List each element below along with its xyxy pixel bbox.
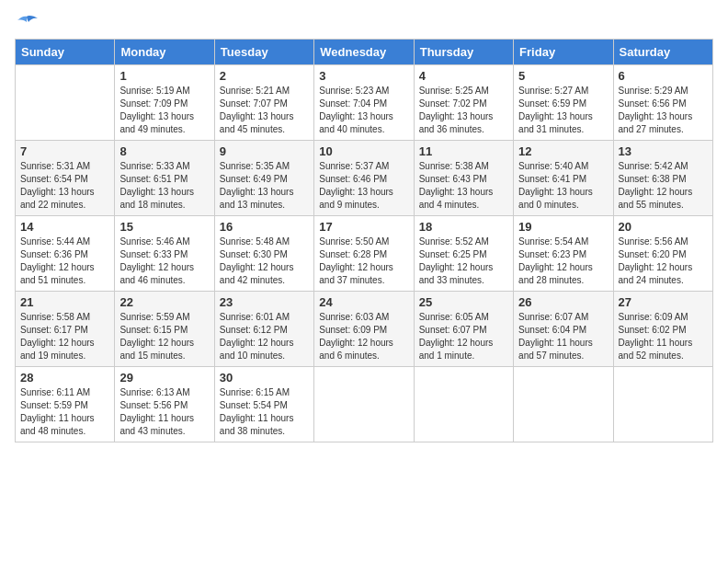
calendar-cell: 15Sunrise: 5:46 AM Sunset: 6:33 PM Dayli… bbox=[115, 216, 214, 292]
day-number: 10 bbox=[319, 144, 408, 158]
day-number: 28 bbox=[20, 371, 109, 385]
calendar-cell: 9Sunrise: 5:35 AM Sunset: 6:49 PM Daylig… bbox=[214, 141, 313, 216]
day-number: 21 bbox=[20, 295, 109, 309]
day-number: 23 bbox=[220, 295, 309, 309]
calendar-week-row: 1Sunrise: 5:19 AM Sunset: 7:09 PM Daylig… bbox=[16, 65, 713, 141]
day-info: Sunrise: 5:46 AM Sunset: 6:33 PM Dayligh… bbox=[119, 236, 209, 287]
header-tuesday: Tuesday bbox=[214, 40, 313, 65]
header-thursday: Thursday bbox=[414, 40, 513, 65]
calendar-cell bbox=[314, 367, 414, 442]
header-friday: Friday bbox=[514, 40, 613, 65]
day-number: 19 bbox=[518, 220, 608, 234]
day-number: 13 bbox=[619, 144, 708, 158]
calendar-cell: 25Sunrise: 6:05 AM Sunset: 6:07 PM Dayli… bbox=[414, 292, 513, 367]
day-number: 5 bbox=[518, 69, 608, 83]
day-number: 9 bbox=[220, 144, 309, 158]
header-saturday: Saturday bbox=[613, 40, 712, 65]
calendar-cell: 17Sunrise: 5:50 AM Sunset: 6:28 PM Dayli… bbox=[314, 216, 414, 292]
calendar-cell: 12Sunrise: 5:40 AM Sunset: 6:41 PM Dayli… bbox=[514, 141, 613, 216]
calendar-cell: 30Sunrise: 6:15 AM Sunset: 5:54 PM Dayli… bbox=[214, 367, 313, 442]
day-info: Sunrise: 5:25 AM Sunset: 7:02 PM Dayligh… bbox=[419, 85, 508, 136]
day-info: Sunrise: 5:48 AM Sunset: 6:30 PM Dayligh… bbox=[220, 236, 309, 287]
day-number: 15 bbox=[119, 220, 209, 234]
calendar-week-row: 14Sunrise: 5:44 AM Sunset: 6:36 PM Dayli… bbox=[16, 216, 713, 292]
calendar-cell: 18Sunrise: 5:52 AM Sunset: 6:25 PM Dayli… bbox=[414, 216, 513, 292]
calendar-week-row: 28Sunrise: 6:11 AM Sunset: 5:59 PM Dayli… bbox=[16, 367, 713, 442]
day-number: 2 bbox=[220, 69, 309, 83]
calendar-cell bbox=[16, 65, 115, 141]
header-sunday: Sunday bbox=[16, 40, 115, 65]
day-number: 14 bbox=[20, 220, 109, 234]
calendar-cell: 23Sunrise: 6:01 AM Sunset: 6:12 PM Dayli… bbox=[214, 292, 313, 367]
calendar-cell: 19Sunrise: 5:54 AM Sunset: 6:23 PM Dayli… bbox=[514, 216, 613, 292]
calendar-cell: 2Sunrise: 5:21 AM Sunset: 7:07 PM Daylig… bbox=[214, 65, 313, 141]
calendar-cell: 21Sunrise: 5:58 AM Sunset: 6:17 PM Dayli… bbox=[16, 292, 115, 367]
day-info: Sunrise: 5:21 AM Sunset: 7:07 PM Dayligh… bbox=[220, 85, 309, 136]
day-info: Sunrise: 6:15 AM Sunset: 5:54 PM Dayligh… bbox=[220, 386, 309, 438]
logo-bird-icon bbox=[17, 15, 38, 31]
day-info: Sunrise: 5:29 AM Sunset: 6:56 PM Dayligh… bbox=[619, 85, 708, 136]
day-info: Sunrise: 5:58 AM Sunset: 6:17 PM Dayligh… bbox=[20, 311, 109, 362]
day-info: Sunrise: 6:07 AM Sunset: 6:04 PM Dayligh… bbox=[518, 311, 608, 362]
calendar-cell: 10Sunrise: 5:37 AM Sunset: 6:46 PM Dayli… bbox=[314, 141, 414, 216]
day-number: 27 bbox=[619, 295, 708, 309]
day-info: Sunrise: 5:54 AM Sunset: 6:23 PM Dayligh… bbox=[518, 236, 608, 287]
day-number: 22 bbox=[119, 295, 209, 309]
calendar-cell: 27Sunrise: 6:09 AM Sunset: 6:02 PM Dayli… bbox=[613, 292, 712, 367]
calendar-cell: 11Sunrise: 5:38 AM Sunset: 6:43 PM Dayli… bbox=[414, 141, 513, 216]
calendar-cell: 3Sunrise: 5:23 AM Sunset: 7:04 PM Daylig… bbox=[314, 65, 414, 141]
day-number: 26 bbox=[518, 295, 608, 309]
day-number: 3 bbox=[319, 69, 408, 83]
calendar-cell: 28Sunrise: 6:11 AM Sunset: 5:59 PM Dayli… bbox=[16, 367, 115, 442]
calendar-header-row: SundayMondayTuesdayWednesdayThursdayFrid… bbox=[16, 40, 713, 65]
day-info: Sunrise: 5:19 AM Sunset: 7:09 PM Dayligh… bbox=[119, 85, 209, 136]
day-info: Sunrise: 5:40 AM Sunset: 6:41 PM Dayligh… bbox=[518, 160, 608, 212]
calendar-cell: 24Sunrise: 6:03 AM Sunset: 6:09 PM Dayli… bbox=[314, 292, 414, 367]
header-wednesday: Wednesday bbox=[314, 40, 414, 65]
calendar-cell: 20Sunrise: 5:56 AM Sunset: 6:20 PM Dayli… bbox=[613, 216, 712, 292]
header-monday: Monday bbox=[115, 40, 214, 65]
day-number: 8 bbox=[119, 144, 209, 158]
day-number: 6 bbox=[619, 69, 708, 83]
calendar-week-row: 7Sunrise: 5:31 AM Sunset: 6:54 PM Daylig… bbox=[16, 141, 713, 216]
calendar-week-row: 21Sunrise: 5:58 AM Sunset: 6:17 PM Dayli… bbox=[16, 292, 713, 367]
calendar-cell: 5Sunrise: 5:27 AM Sunset: 6:59 PM Daylig… bbox=[514, 65, 613, 141]
calendar-cell: 4Sunrise: 5:25 AM Sunset: 7:02 PM Daylig… bbox=[414, 65, 513, 141]
calendar-cell: 14Sunrise: 5:44 AM Sunset: 6:36 PM Dayli… bbox=[16, 216, 115, 292]
day-number: 29 bbox=[119, 371, 209, 385]
day-info: Sunrise: 6:13 AM Sunset: 5:56 PM Dayligh… bbox=[119, 386, 209, 438]
day-info: Sunrise: 5:27 AM Sunset: 6:59 PM Dayligh… bbox=[518, 85, 608, 136]
day-info: Sunrise: 5:37 AM Sunset: 6:46 PM Dayligh… bbox=[319, 160, 408, 212]
logo bbox=[15, 15, 38, 29]
day-number: 25 bbox=[419, 295, 508, 309]
day-number: 24 bbox=[319, 295, 408, 309]
day-info: Sunrise: 5:23 AM Sunset: 7:04 PM Dayligh… bbox=[319, 85, 408, 136]
day-info: Sunrise: 6:05 AM Sunset: 6:07 PM Dayligh… bbox=[419, 311, 508, 362]
day-info: Sunrise: 6:11 AM Sunset: 5:59 PM Dayligh… bbox=[20, 386, 109, 438]
day-info: Sunrise: 5:35 AM Sunset: 6:49 PM Dayligh… bbox=[220, 160, 309, 212]
calendar-cell: 29Sunrise: 6:13 AM Sunset: 5:56 PM Dayli… bbox=[115, 367, 214, 442]
day-info: Sunrise: 5:38 AM Sunset: 6:43 PM Dayligh… bbox=[419, 160, 508, 212]
calendar-cell: 16Sunrise: 5:48 AM Sunset: 6:30 PM Dayli… bbox=[214, 216, 313, 292]
calendar-cell: 8Sunrise: 5:33 AM Sunset: 6:51 PM Daylig… bbox=[115, 141, 214, 216]
day-number: 18 bbox=[419, 220, 508, 234]
calendar-cell: 7Sunrise: 5:31 AM Sunset: 6:54 PM Daylig… bbox=[16, 141, 115, 216]
calendar-cell: 26Sunrise: 6:07 AM Sunset: 6:04 PM Dayli… bbox=[514, 292, 613, 367]
day-info: Sunrise: 5:31 AM Sunset: 6:54 PM Dayligh… bbox=[20, 160, 109, 212]
day-number: 30 bbox=[220, 371, 309, 385]
day-number: 17 bbox=[319, 220, 408, 234]
day-number: 16 bbox=[220, 220, 309, 234]
day-number: 11 bbox=[419, 144, 508, 158]
calendar-cell bbox=[414, 367, 513, 442]
day-info: Sunrise: 6:03 AM Sunset: 6:09 PM Dayligh… bbox=[319, 311, 408, 362]
calendar-cell: 22Sunrise: 5:59 AM Sunset: 6:15 PM Dayli… bbox=[115, 292, 214, 367]
day-info: Sunrise: 5:44 AM Sunset: 6:36 PM Dayligh… bbox=[20, 236, 109, 287]
page-header bbox=[15, 15, 713, 29]
day-info: Sunrise: 5:56 AM Sunset: 6:20 PM Dayligh… bbox=[619, 236, 708, 287]
day-info: Sunrise: 5:59 AM Sunset: 6:15 PM Dayligh… bbox=[119, 311, 209, 362]
day-number: 20 bbox=[619, 220, 708, 234]
day-info: Sunrise: 5:52 AM Sunset: 6:25 PM Dayligh… bbox=[419, 236, 508, 287]
day-number: 1 bbox=[119, 69, 209, 83]
day-info: Sunrise: 5:50 AM Sunset: 6:28 PM Dayligh… bbox=[319, 236, 408, 287]
day-number: 4 bbox=[419, 69, 508, 83]
